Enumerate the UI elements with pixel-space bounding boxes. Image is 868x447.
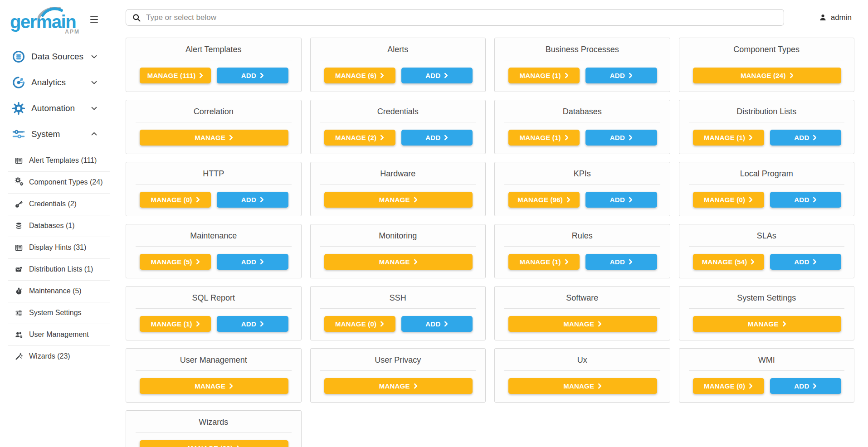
sidebar-header: germain APM bbox=[0, 0, 110, 37]
card-buttons: MANAGE bbox=[126, 122, 301, 146]
sidebar-subitem-label: User Management bbox=[29, 330, 89, 339]
sidebar-subitem-alert-templates-111[interactable]: Alert Templates (111) bbox=[0, 150, 110, 171]
manage-button-label: MANAGE (0) bbox=[704, 196, 745, 204]
sidebar-subitem-wizards-23[interactable]: Wizards (23) bbox=[0, 345, 110, 367]
sidebar-subitem-label: Alert Templates (111) bbox=[29, 156, 97, 165]
manage-button-ssh[interactable]: MANAGE (0) bbox=[324, 316, 395, 332]
chevron-right-icon bbox=[629, 135, 633, 141]
add-button-local-program[interactable]: ADD bbox=[770, 192, 841, 208]
chevron-right-icon bbox=[196, 197, 200, 203]
add-button-kpis[interactable]: ADD bbox=[585, 192, 657, 208]
card-alert-templates: Alert Templates MANAGE (111)ADD bbox=[126, 38, 302, 92]
sidebar-item-data-sources[interactable]: Data Sources bbox=[0, 44, 110, 69]
manage-button-user-management[interactable]: MANAGE bbox=[140, 378, 288, 394]
sidebar-subitem-label: System Settings bbox=[29, 309, 82, 317]
user-menu[interactable]: admin bbox=[819, 13, 854, 22]
manage-button-user-privacy[interactable]: MANAGE bbox=[324, 378, 473, 394]
manage-button-hardware[interactable]: MANAGE bbox=[324, 192, 473, 208]
card-slas: SLAs MANAGE (54)ADD bbox=[679, 224, 855, 278]
sidebar-item-analytics[interactable]: Analytics bbox=[0, 69, 110, 95]
sidebar-subitem-display-hints-31[interactable]: Display Hints (31) bbox=[0, 237, 110, 258]
manage-button-alerts[interactable]: MANAGE (6) bbox=[324, 68, 395, 83]
sidebar-subitem-distribution-lists-1[interactable]: Distribution Lists (1) bbox=[0, 258, 110, 280]
menu-toggle-icon[interactable] bbox=[90, 16, 98, 24]
add-button-http[interactable]: ADD bbox=[217, 192, 288, 208]
manage-button-label: MANAGE (23) bbox=[187, 444, 233, 447]
manage-button-databases[interactable]: MANAGE (1) bbox=[508, 130, 580, 146]
manage-button-credentials[interactable]: MANAGE (2) bbox=[324, 130, 395, 146]
manage-button-component-types[interactable]: MANAGE (24) bbox=[693, 68, 842, 83]
manage-button-local-program[interactable]: MANAGE (0) bbox=[693, 192, 764, 208]
add-button-credentials[interactable]: ADD bbox=[401, 130, 473, 146]
manage-button-maintenance[interactable]: MANAGE (5) bbox=[140, 254, 211, 270]
manage-button-label: MANAGE bbox=[379, 196, 410, 204]
inbox-icon bbox=[14, 266, 24, 273]
chevron-right-icon bbox=[629, 259, 633, 265]
manage-button-http[interactable]: MANAGE (0) bbox=[140, 192, 211, 208]
card-buttons: MANAGE (5)ADD bbox=[126, 247, 301, 270]
manage-button-sql-report[interactable]: MANAGE (1) bbox=[140, 316, 211, 332]
card-maintenance: Maintenance MANAGE (5)ADD bbox=[126, 224, 302, 278]
card-title: Rules bbox=[495, 224, 670, 241]
add-button-wmi[interactable]: ADD bbox=[770, 378, 841, 394]
search-input[interactable] bbox=[145, 13, 778, 23]
add-button-business-processes[interactable]: ADD bbox=[585, 68, 657, 83]
manage-button-system-settings[interactable]: MANAGE bbox=[693, 316, 842, 332]
add-button-ssh[interactable]: ADD bbox=[401, 316, 473, 332]
chevron-right-icon bbox=[813, 383, 817, 389]
manage-button-monitoring[interactable]: MANAGE bbox=[324, 254, 473, 270]
sidebar-item-automation[interactable]: Automation bbox=[0, 95, 110, 121]
add-button-databases[interactable]: ADD bbox=[585, 130, 657, 146]
sidebar-subitem-system-settings[interactable]: System Settings bbox=[0, 302, 110, 324]
sidebar-subitem-databases-1[interactable]: Databases (1) bbox=[0, 215, 110, 237]
add-button-slas[interactable]: ADD bbox=[770, 254, 841, 270]
sidebar-subitem-user-management[interactable]: User Management bbox=[0, 324, 110, 345]
card-title: Alerts bbox=[311, 38, 486, 54]
manage-button-label: MANAGE (96) bbox=[517, 196, 563, 204]
add-button-alerts[interactable]: ADD bbox=[401, 68, 473, 83]
add-button-distribution-lists[interactable]: ADD bbox=[770, 130, 841, 146]
chevron-right-icon bbox=[751, 259, 755, 265]
add-button-rules[interactable]: ADD bbox=[585, 254, 657, 270]
card-buttons: MANAGE (1)ADD bbox=[495, 122, 670, 146]
chevron-right-icon bbox=[260, 259, 264, 265]
search-input-wrapper[interactable] bbox=[126, 9, 784, 26]
add-button-sql-report[interactable]: ADD bbox=[217, 316, 288, 332]
card-buttons: MANAGE bbox=[311, 371, 486, 394]
card-ssh: SSH MANAGE (0)ADD bbox=[310, 286, 486, 340]
sidebar-subitem-label: Distribution Lists (1) bbox=[29, 265, 93, 273]
manage-button-correlation[interactable]: MANAGE bbox=[140, 130, 288, 146]
manage-button-label: MANAGE (1) bbox=[520, 72, 561, 79]
card-buttons: MANAGE bbox=[311, 185, 486, 208]
manage-button-wizards[interactable]: MANAGE (23) bbox=[140, 440, 288, 447]
sidebar-subitem-maintenance-5[interactable]: Maintenance (5) bbox=[0, 280, 110, 302]
sidebar-item-system[interactable]: System bbox=[0, 121, 110, 147]
sidebar-item-label: Analytics bbox=[31, 78, 66, 87]
add-button-alert-templates[interactable]: ADD bbox=[217, 68, 288, 83]
card-buttons: MANAGE (0)ADD bbox=[679, 185, 854, 208]
card-buttons: MANAGE (24) bbox=[679, 60, 854, 83]
manage-button-business-processes[interactable]: MANAGE (1) bbox=[508, 68, 580, 83]
manage-button-rules[interactable]: MANAGE (1) bbox=[508, 254, 580, 270]
sidebar-subitem-credentials-2[interactable]: Credentials (2) bbox=[0, 193, 110, 215]
manage-button-kpis[interactable]: MANAGE (96) bbox=[508, 192, 580, 208]
card-buttons: MANAGE (0)ADD bbox=[126, 185, 301, 208]
card-title: Maintenance bbox=[126, 224, 301, 241]
brand-logo[interactable]: germain APM bbox=[10, 5, 83, 35]
manage-button-software[interactable]: MANAGE bbox=[508, 316, 657, 332]
sidebar-subitem-component-types-24[interactable]: Component Types (24) bbox=[0, 171, 110, 193]
card-title: Databases bbox=[495, 100, 670, 117]
manage-button-alert-templates[interactable]: MANAGE (111) bbox=[140, 68, 211, 83]
manage-button-distribution-lists[interactable]: MANAGE (1) bbox=[693, 130, 764, 146]
manage-button-ux[interactable]: MANAGE bbox=[508, 378, 657, 394]
add-button-label: ADD bbox=[610, 72, 625, 79]
manage-button-slas[interactable]: MANAGE (54) bbox=[693, 254, 764, 270]
manage-button-wmi[interactable]: MANAGE (0) bbox=[693, 378, 764, 394]
card-title: SSH bbox=[311, 287, 486, 303]
chevron-right-icon bbox=[444, 73, 448, 78]
chevron-right-icon bbox=[196, 259, 200, 265]
add-button-maintenance[interactable]: ADD bbox=[217, 254, 288, 270]
database-icon bbox=[14, 222, 24, 230]
manage-button-label: MANAGE (6) bbox=[335, 72, 376, 79]
add-button-label: ADD bbox=[425, 320, 440, 328]
